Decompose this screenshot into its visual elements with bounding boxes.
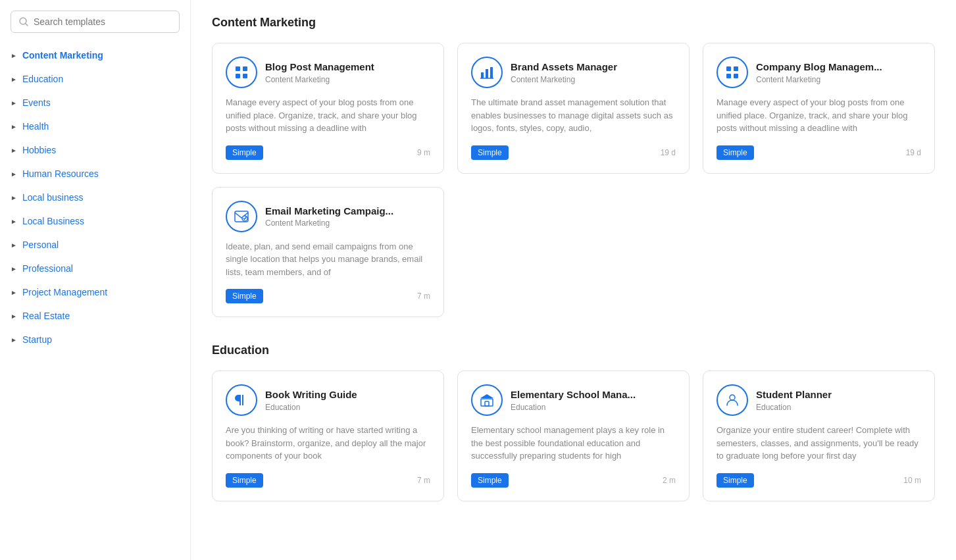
chevron-right-icon: ► — [11, 242, 17, 249]
card-title: Company Blog Managem... — [756, 61, 882, 74]
main-content: Content Marketing Blog Post Management C… — [191, 0, 956, 560]
chevron-right-icon: ► — [11, 289, 17, 296]
svg-rect-11 — [734, 66, 738, 71]
card-time: 19 d — [661, 148, 676, 157]
sidebar-item-content-marketing[interactable]: ►Content Marketing — [0, 43, 190, 67]
card-icon-email-marketing-campaign — [226, 201, 257, 232]
badge-simple[interactable]: Simple — [717, 473, 754, 488]
card-description: Organize your entire student career! Com… — [717, 424, 921, 463]
card-footer: Simple 19 d — [471, 145, 676, 160]
sidebar-item-label: Human Resources — [22, 168, 99, 179]
chevron-right-icon: ► — [11, 313, 17, 320]
card-category: Content Marketing — [265, 75, 374, 84]
card-footer: Simple 7 m — [226, 473, 430, 488]
sidebar-item-human-resources[interactable]: ►Human Resources — [0, 162, 190, 186]
svg-rect-2 — [236, 66, 240, 71]
card-description: Elementary school management plays a key… — [471, 424, 676, 463]
sidebar-item-real-estate[interactable]: ►Real Estate — [0, 304, 190, 328]
card-header: Email Marketing Campaig... Content Marke… — [226, 201, 430, 232]
svg-rect-4 — [236, 74, 240, 78]
cards-grid-education-section: Book Writing Guide Education Are you thi… — [212, 370, 935, 501]
badge-simple[interactable]: Simple — [226, 145, 263, 160]
card-description: Manage every aspect of your blog posts f… — [717, 96, 921, 135]
cards-grid-content-marketing-section: Blog Post Management Content Marketing M… — [212, 43, 935, 317]
svg-rect-3 — [243, 66, 247, 71]
chevron-right-icon: ► — [11, 123, 17, 130]
card-footer: Simple 7 m — [226, 289, 430, 303]
card-description: The ultimate brand asset management solu… — [471, 96, 676, 135]
svg-rect-8 — [490, 67, 493, 78]
card-elementary-school-management[interactable]: Elementary School Mana... Education Elem… — [457, 370, 690, 501]
sidebar: ►Content Marketing►Education►Events►Heal… — [0, 0, 191, 560]
card-icon-elementary-school-management — [471, 384, 503, 416]
card-time: 9 m — [417, 148, 430, 157]
card-title-group: Email Marketing Campaig... Content Marke… — [265, 205, 393, 228]
card-book-writing-guide[interactable]: Book Writing Guide Education Are you thi… — [212, 370, 444, 501]
card-icon-book-writing-guide — [226, 384, 257, 416]
card-title: Student Planner — [756, 388, 832, 401]
card-category: Education — [511, 403, 636, 412]
card-student-planner[interactable]: Student Planner Education Organize your … — [703, 370, 935, 501]
svg-point-18 — [730, 395, 735, 400]
sidebar-item-label: Health — [22, 121, 49, 132]
card-title: Brand Assets Manager — [511, 61, 617, 74]
card-brand-assets-manager[interactable]: Brand Assets Manager Content Marketing T… — [457, 43, 690, 174]
section-title-education-section: Education — [212, 344, 935, 357]
svg-rect-16 — [481, 399, 493, 406]
sidebar-item-local-business-1[interactable]: ►Local business — [0, 186, 190, 209]
search-container — [0, 11, 190, 43]
sidebar-item-label: Events — [22, 97, 51, 108]
sidebar-item-local-business-2[interactable]: ►Local Business — [0, 209, 190, 233]
chevron-right-icon: ► — [11, 99, 17, 107]
sidebar-item-label: Startup — [22, 334, 52, 345]
sidebar-item-professional[interactable]: ►Professional — [0, 257, 190, 280]
card-category: Content Marketing — [265, 218, 393, 228]
svg-rect-12 — [726, 74, 731, 78]
section-title-content-marketing-section: Content Marketing — [212, 16, 935, 30]
card-icon-blog-post-management — [226, 57, 257, 88]
sidebar-item-label: Real Estate — [22, 311, 70, 321]
card-category: Education — [756, 403, 832, 412]
card-header: Company Blog Managem... Content Marketin… — [717, 57, 921, 88]
sidebar-item-personal[interactable]: ►Personal — [0, 233, 190, 257]
search-box[interactable] — [11, 11, 180, 33]
sidebar-item-label: Content Marketing — [22, 50, 103, 61]
chevron-right-icon: ► — [11, 52, 17, 59]
badge-simple[interactable]: Simple — [717, 145, 754, 160]
card-title: Blog Post Management — [265, 61, 374, 74]
sidebar-item-startup[interactable]: ►Startup — [0, 328, 190, 351]
card-company-blog-management[interactable]: Company Blog Managem... Content Marketin… — [703, 43, 935, 174]
card-header: Brand Assets Manager Content Marketing — [471, 57, 676, 88]
badge-simple[interactable]: Simple — [226, 289, 263, 303]
card-time: 10 m — [903, 476, 921, 485]
sidebar-item-education[interactable]: ►Education — [0, 67, 190, 91]
sidebar-item-label: Local Business — [22, 216, 84, 226]
badge-simple[interactable]: Simple — [471, 145, 509, 160]
sidebar-item-health[interactable]: ►Health — [0, 115, 190, 138]
sidebar-item-label: Hobbies — [22, 145, 56, 155]
card-title-group: Elementary School Mana... Education — [511, 388, 636, 412]
search-input[interactable] — [34, 16, 171, 27]
card-description: Are you thinking of writing or have star… — [226, 424, 430, 463]
card-time: 19 d — [906, 148, 921, 157]
card-header: Elementary School Mana... Education — [471, 384, 676, 416]
card-footer: Simple 2 m — [471, 473, 676, 488]
card-header: Blog Post Management Content Marketing — [226, 57, 430, 88]
card-title-group: Brand Assets Manager Content Marketing — [511, 61, 617, 84]
svg-rect-7 — [486, 69, 488, 78]
card-description: Manage every aspect of your blog posts f… — [226, 96, 430, 135]
card-footer: Simple 10 m — [717, 473, 921, 488]
card-time: 7 m — [417, 476, 430, 485]
content-marketing-section: Content Marketing Blog Post Management C… — [212, 16, 935, 317]
chevron-right-icon: ► — [11, 194, 17, 201]
card-blog-post-management[interactable]: Blog Post Management Content Marketing M… — [212, 43, 444, 174]
sidebar-item-project-management[interactable]: ►Project Management — [0, 280, 190, 304]
sidebar-item-events[interactable]: ►Events — [0, 91, 190, 115]
badge-simple[interactable]: Simple — [471, 473, 509, 488]
sidebar-item-label: Education — [22, 74, 63, 84]
search-icon — [19, 17, 28, 26]
card-title-group: Company Blog Managem... Content Marketin… — [756, 61, 882, 84]
badge-simple[interactable]: Simple — [226, 473, 263, 488]
card-email-marketing-campaign[interactable]: Email Marketing Campaig... Content Marke… — [212, 187, 444, 318]
sidebar-item-hobbies[interactable]: ►Hobbies — [0, 138, 190, 162]
